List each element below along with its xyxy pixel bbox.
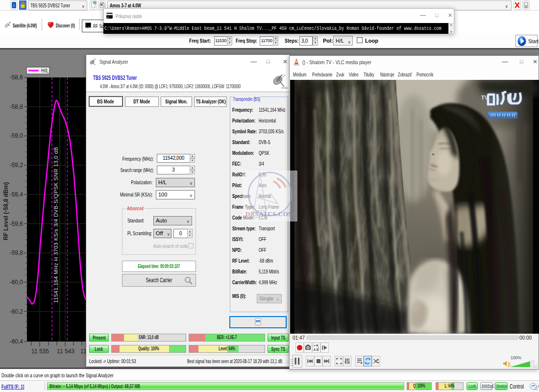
- svg-text:-60,2: -60,2: [10, 308, 24, 315]
- svg-text:-59,2: -59,2: [10, 162, 24, 169]
- svg-text:dxsatcs: dxsatcs: [281, 86, 288, 89]
- svg-text:11 535: 11 535: [31, 348, 49, 355]
- svg-text:DXSATCS.COM: DXSATCS.COM: [245, 210, 294, 218]
- svg-text:-59,4: -59,4: [10, 191, 24, 198]
- svg-text:-59,8: -59,8: [10, 249, 24, 256]
- svg-text:-60,0: -60,0: [10, 279, 24, 286]
- svg-text:-60,4: -60,4: [10, 338, 24, 345]
- svg-text:>_: >_: [107, 16, 111, 20]
- svg-text:A B: A B: [314, 348, 319, 351]
- svg-text:-58,8: -58,8: [10, 103, 24, 110]
- svg-text:-59,0: -59,0: [10, 132, 24, 139]
- svg-text:RF Level (-58,8 dBm): RF Level (-58,8 dBm): [2, 182, 9, 241]
- svg-text:-59,6: -59,6: [10, 220, 24, 227]
- svg-text:H/L: H/L: [41, 68, 49, 74]
- svg-text:-58,6: -58,6: [10, 74, 24, 81]
- svg-text:11 543: 11 543: [57, 348, 74, 355]
- svg-text:11541,164 MHz H 3703 KS/s 3/4: 11541,164 MHz H 3703 KS/s 3/4 DVB-S/QPSK…: [53, 147, 59, 303]
